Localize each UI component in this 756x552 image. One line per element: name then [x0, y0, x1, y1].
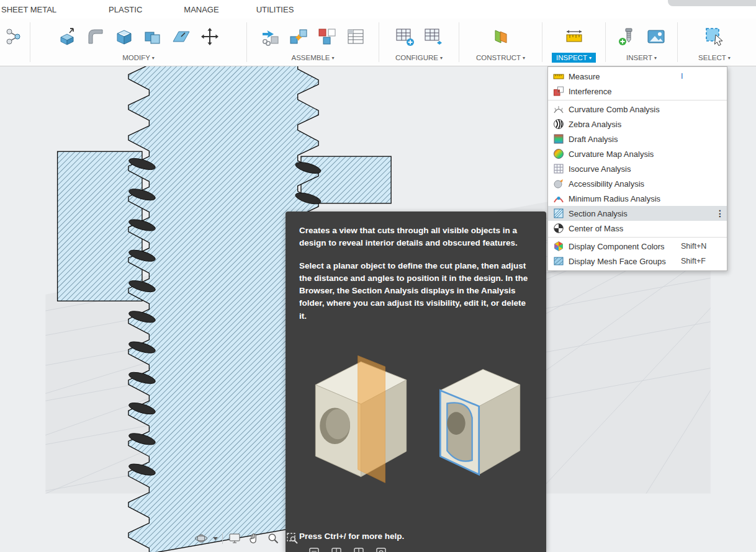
fusion-app-window: SHEET METAL PLASTIC MANAGE UTILITIES	[0, 0, 756, 552]
toolbar-group-inspect: INSPECT	[542, 19, 605, 66]
menu-item-accessibility-analysis[interactable]: Accessibility Analysis	[548, 176, 727, 191]
menu-item-label: Minimum Radius Analysis	[569, 194, 677, 203]
toolbar-group-construct: CONSTRUCT	[459, 19, 542, 66]
section-analysis-overflow-menu[interactable]	[716, 208, 724, 218]
measure-icon[interactable]	[562, 25, 586, 48]
shell-icon[interactable]	[112, 25, 136, 48]
menu-item-measure[interactable]: Measure I	[548, 69, 727, 84]
tooltip-paragraph-1: Creates a view that cuts through all vis…	[299, 225, 533, 250]
insert-canvas-icon[interactable]	[644, 25, 668, 48]
menu-item-curvature-comb-analysis[interactable]: Curvature Comb Analysis	[548, 102, 727, 117]
select-dropdown-button[interactable]: SELECT	[694, 53, 735, 63]
menu-item-label: Accessibility Analysis	[569, 179, 677, 189]
window-chrome-strip	[668, 0, 756, 6]
main-toolbar: MODIFY ASSEMBLE CONFIGURE CON	[0, 19, 756, 66]
menu-item-label: Display Component Colors	[569, 242, 677, 251]
zoom-window-icon[interactable]	[285, 530, 300, 546]
curvature-comb-icon	[553, 104, 564, 115]
offset-face-icon[interactable]	[169, 25, 193, 48]
viewport-layout-icon[interactable]	[353, 547, 364, 552]
menu-item-display-mesh-face-groups[interactable]: Display Mesh Face Groups Shift+F	[548, 254, 727, 269]
menu-item-label: Curvature Map Analysis	[569, 149, 677, 159]
section-analysis-tooltip: Creates a view that cuts through all vis…	[286, 211, 546, 552]
sectioned-plate-left[interactable]	[58, 151, 142, 301]
menu-item-interference[interactable]: Interference	[548, 84, 727, 99]
tab-utilities[interactable]: UTILITIES	[256, 5, 294, 14]
camera-settings-icon[interactable]	[376, 547, 387, 552]
curvature-map-icon	[553, 148, 564, 159]
menu-item-center-of-mass[interactable]: Center of Mass	[548, 221, 727, 236]
menu-item-label: Isocurve Analysis	[569, 164, 677, 174]
display-settings-icon[interactable]	[308, 547, 320, 552]
inspect-dropdown-button[interactable]: INSPECT	[552, 53, 596, 63]
modify-dropdown-button[interactable]: MODIFY	[118, 53, 159, 63]
tab-manage[interactable]: MANAGE	[184, 5, 218, 14]
group-label: SELECT	[698, 54, 726, 61]
menu-item-label: Measure	[569, 72, 677, 81]
toolbar-group-assemble: ASSEMBLE	[247, 19, 379, 66]
toolbar-group-leading	[0, 19, 30, 66]
assemble-dropdown-button[interactable]: ASSEMBLE	[287, 53, 338, 63]
tab-sheet-metal[interactable]: SHEET METAL	[1, 5, 56, 14]
display-bar-partial	[308, 547, 387, 552]
group-label: INSERT	[626, 54, 652, 61]
move-copy-icon[interactable]	[198, 25, 222, 48]
grid-toggle-icon[interactable]	[331, 547, 342, 552]
as-built-joint-icon[interactable]	[315, 25, 339, 48]
toolbar-group-configure: CONFIGURE	[379, 19, 459, 66]
fillet-icon[interactable]	[84, 25, 107, 48]
configure-dropdown-button[interactable]: CONFIGURE	[391, 53, 447, 63]
look-at-icon[interactable]	[227, 530, 242, 546]
group-label: ASSEMBLE	[291, 54, 330, 61]
menu-item-isocurve-analysis[interactable]: Isocurve Analysis	[548, 161, 727, 176]
group-label: CONFIGURE	[395, 54, 438, 61]
accessibility-analysis-icon	[553, 178, 564, 189]
new-component-icon[interactable]	[258, 25, 282, 48]
sheet-metal-tool-icon[interactable]	[3, 25, 27, 48]
group-label: CONSTRUCT	[476, 54, 521, 61]
menu-divider	[548, 100, 727, 100]
configuration-table-icon[interactable]	[393, 25, 416, 48]
minimum-radius-icon	[553, 193, 564, 204]
toolbar-group-modify: MODIFY	[30, 19, 246, 66]
configuration-compare-icon[interactable]	[421, 25, 445, 48]
menu-item-section-analysis[interactable]: Section Analysis	[548, 206, 727, 221]
interference-icon	[553, 86, 564, 97]
menu-divider	[548, 237, 727, 238]
select-icon[interactable]	[703, 25, 726, 48]
tooltip-illustrations	[299, 347, 533, 489]
construction-plane-icon[interactable]	[489, 25, 513, 48]
zoom-icon[interactable]	[266, 530, 281, 546]
display-mesh-face-groups-icon	[553, 256, 564, 267]
menu-item-label: Curvature Comb Analysis	[569, 105, 677, 114]
menu-item-display-component-colors[interactable]: Display Component Colors Shift+N	[548, 239, 727, 254]
inspect-dropdown-menu: Measure I Interference Curvature Comb An…	[547, 66, 727, 271]
joint-icon[interactable]	[287, 25, 310, 48]
menu-item-label: Section Analysis	[569, 209, 664, 218]
combine-icon[interactable]	[141, 25, 164, 48]
group-label: INSPECT	[556, 54, 587, 61]
menu-item-shortcut: I	[681, 72, 724, 81]
orbit-dropdown-caret-icon[interactable]	[213, 537, 218, 540]
component-list-icon[interactable]	[344, 25, 367, 48]
construct-dropdown-button[interactable]: CONSTRUCT	[472, 53, 529, 63]
menu-item-label: Display Mesh Face Groups	[569, 257, 677, 266]
zebra-analysis-icon	[553, 118, 564, 130]
menu-item-curvature-map-analysis[interactable]: Curvature Map Analysis	[548, 146, 727, 161]
menu-item-label: Interference	[569, 87, 677, 96]
menu-item-zebra-analysis[interactable]: Zebra Analysis	[548, 117, 727, 131]
menu-item-draft-analysis[interactable]: Draft Analysis	[548, 131, 727, 146]
press-pull-icon[interactable]	[55, 25, 79, 48]
view-navigation-bar	[194, 530, 300, 546]
insert-dropdown-button[interactable]: INSERT	[622, 53, 661, 63]
insert-fastener-icon[interactable]	[616, 25, 639, 48]
tab-plastic[interactable]: PLASTIC	[109, 5, 142, 14]
menu-item-shortcut: Shift+N	[681, 242, 724, 251]
toolbar-group-insert: INSERT	[606, 19, 677, 66]
display-component-colors-icon	[553, 241, 564, 252]
toolbar-group-select: SELECT	[678, 19, 751, 66]
menu-item-minimum-radius-analysis[interactable]: Minimum Radius Analysis	[548, 191, 727, 206]
orbit-icon[interactable]	[194, 530, 209, 546]
section-plane-illustration	[300, 347, 421, 489]
pan-icon[interactable]	[246, 530, 261, 546]
